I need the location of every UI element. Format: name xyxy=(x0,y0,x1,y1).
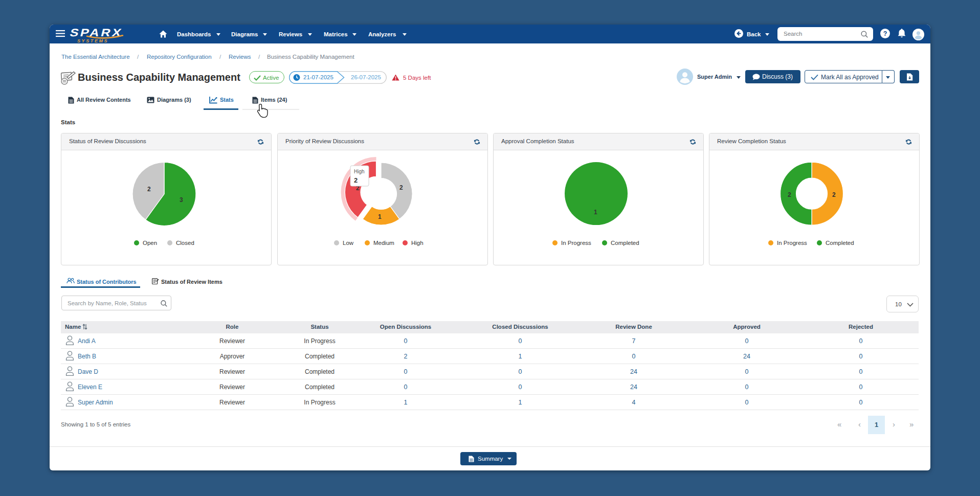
svg-text:3: 3 xyxy=(180,196,183,204)
svg-text:2: 2 xyxy=(147,186,151,193)
svg-text:High: High xyxy=(354,169,365,174)
svg-text:2: 2 xyxy=(788,191,791,198)
svg-text:2: 2 xyxy=(832,191,836,198)
svg-text:1: 1 xyxy=(378,213,382,220)
svg-text:1: 1 xyxy=(594,209,597,216)
svg-text:?: ? xyxy=(883,30,887,37)
svg-text:2: 2 xyxy=(399,184,403,191)
svg-text:2: 2 xyxy=(354,176,358,184)
svg-text:26-07-2025: 26-07-2025 xyxy=(351,74,381,80)
svg-text:21-07-2025: 21-07-2025 xyxy=(303,74,333,80)
